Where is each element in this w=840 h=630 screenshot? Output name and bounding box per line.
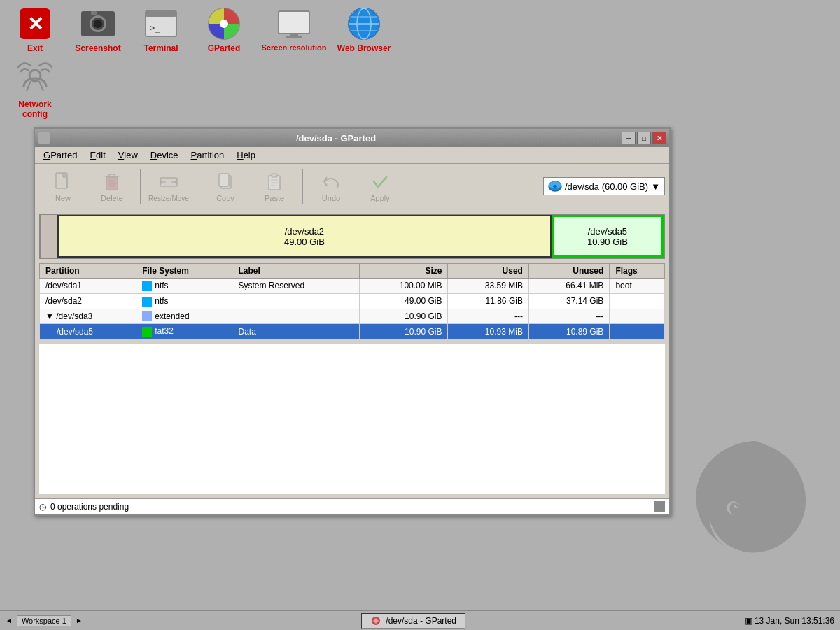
cell-unused: --- (528, 309, 609, 324)
taskbar-left: ◄ Workspace 1 ► (6, 615, 83, 626)
svg-rect-42 (272, 174, 277, 177)
title-bar: /dev/sda - GParted ─ □ ✕ (35, 129, 669, 147)
taskbar-datetime: 13 Jan, Sun 13:51:36 (755, 616, 834, 626)
svg-rect-30 (109, 174, 115, 177)
cell-unused: 37.14 GiB (528, 293, 609, 309)
menu-view[interactable]: View (113, 148, 144, 162)
menu-device[interactable]: Device (145, 148, 184, 162)
menu-partition[interactable]: Partition (186, 148, 230, 162)
toolbar-paste-button[interactable]: Paste (251, 167, 298, 206)
cell-partition: /dev/sda5 (40, 324, 136, 340)
desktop-icon-network-config[interactable]: Network config (7, 62, 63, 119)
toolbar-copy-button[interactable]: Copy (202, 167, 249, 206)
taskbar-right: ▣ 13 Jan, Sun 13:51:36 (745, 616, 834, 626)
minimize-button[interactable]: ─ (622, 132, 636, 144)
pv-sda5[interactable]: /dev/sda5 10.90 GiB (552, 215, 664, 258)
pv-sda2-label: /dev/sda2 (285, 226, 324, 237)
cell-unused: 10.89 GiB (528, 324, 609, 340)
cell-label: System Reserved (232, 279, 360, 294)
cell-flags (610, 309, 665, 324)
desktop-icon-gparted[interactable]: GParted (196, 6, 252, 53)
fs-badge-fat32 (142, 327, 152, 337)
apply-label: Apply (370, 194, 390, 202)
delete-label: Delete (101, 194, 123, 202)
title-bar-left (38, 132, 50, 144)
table-wrapper: Partition File System Label Size Used Un… (39, 263, 665, 340)
svg-rect-14 (286, 36, 302, 38)
apply-icon (369, 170, 391, 192)
delete-icon (101, 170, 123, 192)
table-row-selected[interactable]: /dev/sda5 fat32 Data 10.90 GiB 10.93 MiB… (40, 324, 665, 340)
disk-dropdown-arrow[interactable]: ▼ (651, 181, 660, 192)
taskbar-arrow-right[interactable]: ► (76, 617, 83, 624)
menu-bar: GParted Edit View Device Partition Help (35, 147, 669, 164)
svg-rect-8 (146, 11, 176, 17)
terminal-label: Terminal (144, 43, 178, 53)
toolbar-delete-button[interactable]: Delete (88, 167, 136, 206)
toolbar-resize-button[interactable]: Resize/Move (145, 167, 192, 206)
workspace-button[interactable]: Workspace 1 (17, 615, 71, 626)
col-flags: Flags (610, 264, 665, 279)
window-title: /dev/sda - GParted (50, 133, 622, 144)
close-button[interactable]: ✕ (652, 132, 666, 144)
svg-rect-6 (91, 11, 97, 15)
menu-help[interactable]: Help (231, 148, 261, 162)
pv-sda2-size: 49.00 GiB (284, 237, 325, 247)
svg-text:✕: ✕ (27, 13, 43, 35)
table-row[interactable]: /dev/sda2 ntfs 49.00 GiB 11.86 GiB 37.14… (40, 293, 665, 309)
title-bar-icon (38, 132, 50, 144)
pv-unallocated (41, 215, 57, 258)
toolbar-apply-button[interactable]: Apply (356, 167, 404, 206)
toolbar-sep-3 (302, 169, 303, 204)
taskbar-arrow-left[interactable]: ◄ (6, 617, 13, 624)
desktop-icon-screen-resolution[interactable]: Screen resolution (259, 6, 329, 52)
menu-edit[interactable]: Edit (84, 148, 111, 162)
svg-point-5 (94, 20, 102, 28)
status-resize-handle[interactable] (654, 501, 665, 512)
network-config-label: Network config (7, 99, 63, 119)
exit-icon: ✕ (17, 6, 53, 42)
col-filesystem: File System (136, 264, 232, 279)
col-label: Label (232, 264, 360, 279)
cell-used: 33.59 MiB (448, 279, 528, 294)
toolbar-new-button[interactable]: New (39, 167, 87, 206)
active-window-icon (370, 615, 382, 626)
cell-flags: boot (610, 279, 665, 294)
table-row[interactable]: ▼ /dev/sda3 extended 10.90 GiB --- --- (40, 309, 665, 324)
svg-point-11 (220, 20, 228, 28)
resize-label: Resize/Move (148, 195, 189, 202)
cell-used: 10.93 MiB (448, 324, 528, 340)
paste-label: Paste (265, 194, 284, 202)
cell-label (232, 293, 360, 309)
fs-badge-ntfs (142, 297, 152, 307)
status-icon: ◷ (39, 502, 46, 512)
pv-sda2[interactable]: /dev/sda2 49.00 GiB (57, 215, 552, 258)
toolbar-undo-button[interactable]: Undo (307, 167, 355, 206)
fs-badge-ntfs (142, 281, 152, 291)
desktop-icon-terminal[interactable]: >_ Terminal (133, 6, 189, 53)
toolbar-sep-1 (140, 169, 141, 204)
cell-size: 10.90 GiB (360, 324, 448, 340)
gparted-icon (206, 6, 242, 42)
pv-sda5-label: /dev/sda5 (588, 226, 627, 237)
desktop-icon-screenshot[interactable]: Screenshot (70, 6, 126, 53)
cell-flags (610, 293, 665, 309)
network-config-icon (17, 62, 53, 98)
col-unused: Unused (528, 264, 609, 279)
maximize-button[interactable]: □ (637, 132, 651, 144)
menu-gparted[interactable]: GParted (38, 148, 83, 162)
svg-point-22 (29, 70, 41, 81)
desktop-icon-exit[interactable]: ✕ Exit (7, 6, 63, 53)
cell-size: 10.90 GiB (360, 309, 448, 324)
active-window-button[interactable]: /dev/sda - GParted (361, 613, 465, 629)
table-row[interactable]: /dev/sda1 ntfs System Reserved 100.00 Mi… (40, 279, 665, 294)
web-browser-label: Web Browser (337, 43, 391, 53)
pv-sda5-size: 10.90 GiB (587, 237, 628, 247)
cell-label (232, 309, 360, 324)
disk-icon (548, 179, 562, 193)
cell-fs: ntfs (136, 293, 232, 309)
gparted-window: /dev/sda - GParted ─ □ ✕ GParted Edit Vi… (34, 127, 671, 516)
cell-unused: 66.41 MiB (528, 279, 609, 294)
disk-selector[interactable]: /dev/sda (60.00 GiB) ▼ (543, 177, 665, 195)
desktop-icon-web-browser[interactable]: Web Browser (336, 6, 392, 53)
